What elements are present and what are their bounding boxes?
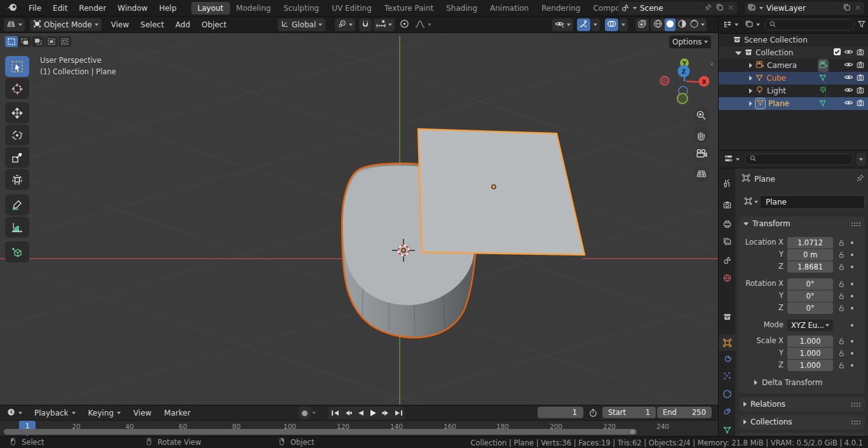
shading-solid-icon[interactable] [665,18,675,31]
tab-modifiers[interactable] [719,350,735,367]
filter-funnel-icon[interactable] [857,20,866,31]
tool-scale[interactable] [5,147,29,168]
select-mode-invert[interactable] [45,36,58,47]
tool-cursor[interactable] [5,78,29,99]
location-x-field[interactable]: 1.0712 [787,237,833,248]
shading-wireframe-icon[interactable] [653,18,663,31]
lock-icon[interactable] [837,292,845,302]
navigation-gizmo[interactable]: Y Z X [660,58,710,104]
shading-material-icon[interactable] [677,18,688,31]
select-mode-subtract[interactable] [32,36,44,47]
zoom-button[interactable] [693,107,710,124]
location-y-field[interactable]: 0 m [787,249,833,261]
panel-drag-handle[interactable] [851,420,860,424]
animate-dot[interactable] [851,266,853,268]
tab-animation[interactable]: Animation [484,2,535,15]
tab-tool[interactable] [719,175,735,191]
select-mode-set[interactable] [5,36,18,47]
tab-sculpting[interactable]: Sculpting [277,2,325,15]
jump-to-end-button[interactable] [392,407,405,419]
object-id-dropdown[interactable] [742,195,761,209]
outliner-row-collection[interactable]: Collection [719,46,868,59]
editor-type-button[interactable] [4,18,25,31]
menu-edit[interactable]: Edit [47,4,73,13]
scene-selector[interactable]: Scene [618,2,737,15]
object-name-input[interactable]: Plane [761,195,865,209]
transform-panel-header[interactable]: Transform [739,217,865,231]
sidebar-collapse-icon[interactable]: ‹ [710,60,714,69]
animate-dot[interactable] [851,324,853,327]
auto-key-dropdown[interactable] [312,412,316,414]
tool-select-box[interactable] [5,56,29,77]
lock-icon[interactable] [837,304,845,314]
tool-measure[interactable] [5,217,29,238]
proportional-edit-toggle[interactable] [398,18,411,31]
hide-eye-icon[interactable] [844,98,853,109]
tab-object[interactable] [719,334,735,351]
menu-window[interactable]: Window [112,4,153,13]
panel-drag-handle[interactable] [851,402,860,407]
tab-rendering[interactable]: Rendering [535,2,587,15]
outliner-search-input[interactable] [764,19,855,31]
hide-eye-icon[interactable] [844,60,853,71]
new-scene-icon[interactable] [715,3,724,13]
scale-y-field[interactable]: 1.000 [787,348,833,359]
animate-dot[interactable] [851,283,853,285]
frame-end-field[interactable]: End 250 [657,407,712,418]
properties-options-dropdown[interactable] [857,153,865,166]
play-button[interactable] [367,407,379,419]
lock-icon[interactable] [837,238,845,248]
animate-dot[interactable] [851,241,853,244]
timeline-scrollbar[interactable] [4,429,637,435]
camera-data-icon[interactable] [818,59,829,72]
menu-object[interactable]: Object [196,20,232,29]
lock-icon[interactable] [837,262,845,273]
animate-dot[interactable] [851,254,853,256]
location-z-field[interactable]: 1.8681 [787,261,833,273]
tab-render[interactable] [719,196,735,213]
collections-panel[interactable]: Collections [739,415,865,430]
outliner-filter-mode-dropdown[interactable] [743,18,762,31]
outliner-row-light[interactable]: Light [719,85,868,97]
blender-logo-icon[interactable] [6,2,18,14]
animate-dot[interactable] [851,364,853,367]
outliner-row-camera[interactable]: Camera [719,59,868,72]
menu-help[interactable]: Help [153,4,182,13]
snap-toggle[interactable] [359,18,372,31]
rotation-mode-dropdown[interactable]: XYZ Eu... [787,320,833,331]
overlays-dropdown[interactable] [619,18,628,31]
tool-annotate[interactable] [5,194,29,215]
rotation-y-field[interactable]: 0° [787,290,833,302]
relations-panel[interactable]: Relations [739,397,865,412]
transform-orientation-dropdown[interactable]: Global [278,18,325,31]
gizmos-toggle[interactable] [577,18,590,31]
tab-output[interactable] [719,215,735,232]
timeline-ruler[interactable]: 20 40 60 80 100 120 140 160 180 200 220 … [0,420,718,436]
tab-uv-editing[interactable]: UV Editing [325,2,378,15]
tab-collection[interactable] [719,308,735,325]
render-visibility-icon[interactable] [856,73,865,84]
close-viewlayer-icon[interactable] [854,4,862,13]
tool-move[interactable] [5,102,29,123]
tab-constraints[interactable] [719,403,735,419]
tab-layout[interactable]: Layout [191,2,230,15]
show-object-types-dropdown[interactable] [552,18,573,31]
expand-icon[interactable] [749,63,752,68]
scale-z-field[interactable]: 1.000 [787,360,833,371]
close-scene-icon[interactable] [727,4,735,13]
gizmo-neg-y-axis[interactable] [677,93,688,104]
outliner-row-plane[interactable]: Plane [719,97,868,110]
select-mode-intersect[interactable] [58,36,71,47]
pin-icon[interactable] [704,3,712,13]
outliner-row-cube[interactable]: Cube [719,72,868,85]
snap-settings-dropdown[interactable] [374,18,395,31]
breadcrumb-object-name[interactable]: Plane [754,175,852,184]
plane-object[interactable] [418,129,585,255]
lock-icon[interactable] [837,337,845,347]
new-viewlayer-icon[interactable] [843,3,851,13]
expand-icon[interactable] [749,88,752,93]
viewlayer-name[interactable]: ViewLayer [766,4,839,13]
lock-icon[interactable] [837,280,845,290]
pan-hand-button[interactable] [693,126,710,143]
select-mode-extend[interactable] [18,36,31,47]
